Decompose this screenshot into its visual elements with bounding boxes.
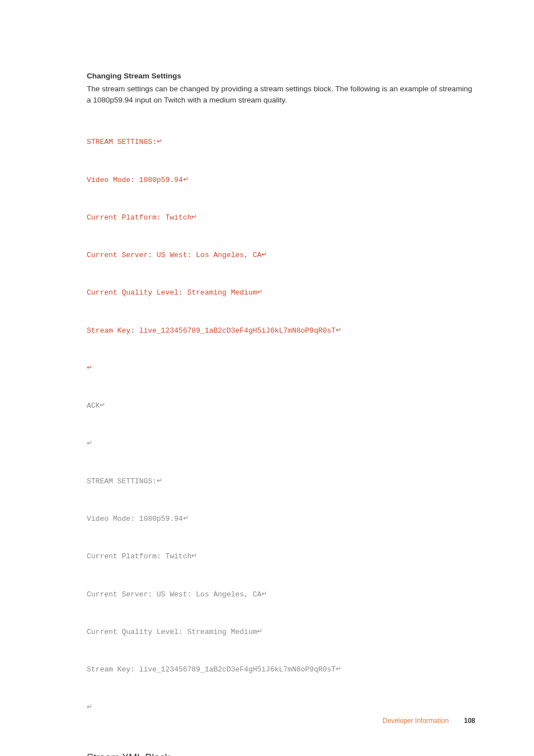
paragraph-changing-stream-settings: The stream settings can be changed by pr… (87, 83, 475, 105)
code-text: Current Quality Level: Streaming Medium (87, 288, 257, 297)
code-text: STREAM SETTINGS: (87, 138, 157, 146)
code-text: ACK (87, 402, 100, 410)
code-text: Stream Key: live_123456789_1aB2cD3eF4gH5… (87, 326, 336, 335)
code-text: Current Platform: Twitch (87, 213, 191, 222)
code-text: Video Mode: 1080p59.94 (87, 176, 183, 184)
return-icon: ↵ (257, 288, 263, 296)
return-icon: ↵ (183, 514, 189, 522)
return-icon: ↵ (157, 137, 162, 145)
return-icon: ↵ (157, 477, 162, 484)
return-icon: ↵ (257, 627, 263, 635)
page-footer: Developer Information 108 (383, 717, 475, 725)
return-icon: ↵ (191, 552, 197, 559)
heading-stream-xml-block: Stream XML Block (87, 752, 475, 756)
code-text: Current Server: US West: Los Angeles, CA (87, 251, 261, 259)
return-icon: ↵ (100, 401, 105, 409)
return-icon: ↵ (87, 439, 92, 447)
heading-changing-stream-settings: Changing Stream Settings (87, 72, 475, 80)
return-icon: ↵ (191, 213, 197, 221)
code-text: STREAM SETTINGS: (87, 477, 157, 486)
code-text: Current Server: US West: Los Angeles, CA (87, 590, 261, 599)
footer-page-number: 108 (464, 717, 475, 725)
footer-label: Developer Information (383, 717, 449, 725)
code-text: Video Mode: 1080p59.94 (87, 515, 183, 523)
code-text: Stream Key: live_123456789_1aB2cD3eF4gH5… (87, 665, 336, 674)
return-icon: ↵ (261, 590, 267, 598)
code-text: Current Quality Level: Streaming Medium (87, 628, 257, 636)
return-icon: ↵ (336, 326, 341, 334)
code-block-stream-settings: STREAM SETTINGS:↵ Video Mode: 1080p59.94… (87, 111, 475, 739)
return-icon: ↵ (183, 175, 189, 183)
return-icon: ↵ (261, 250, 267, 258)
return-icon: ↵ (87, 363, 92, 371)
return-icon: ↵ (87, 703, 92, 711)
code-text: Current Platform: Twitch (87, 552, 191, 561)
return-icon: ↵ (336, 665, 341, 673)
